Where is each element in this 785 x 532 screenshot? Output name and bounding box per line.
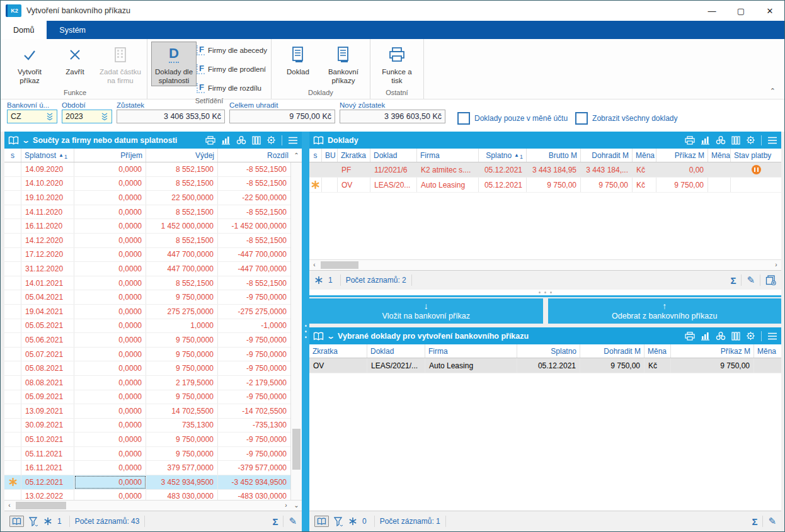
- edit-pencil-icon[interactable]: ✎: [289, 516, 297, 527]
- columns-icon[interactable]: [252, 136, 261, 145]
- table-row[interactable]: 05.04.20210,00009 750,0000-9 750,0000: [4, 290, 290, 305]
- column-header-doklad[interactable]: Doklad: [367, 344, 425, 358]
- table-row[interactable]: 30.09.20210,0000735,1300-735,1300: [4, 419, 290, 433]
- columns-icon[interactable]: [731, 136, 740, 145]
- columns-icon[interactable]: [731, 332, 740, 341]
- book-icon[interactable]: [8, 136, 19, 145]
- sort-diff-button[interactable]: F Firmy dle rozdílu: [197, 81, 267, 96]
- column-header-splatno[interactable]: Splatno: [517, 344, 580, 358]
- table-row[interactable]: 14.10.20200,00008 552,1500-8 552,1500: [4, 177, 290, 191]
- print-icon[interactable]: [685, 136, 695, 145]
- table-row[interactable]: 16.11.20200,00001 452 000,0000-1 452 000…: [4, 219, 290, 234]
- column-header-splatnost[interactable]: Splatnost ▲ 1: [21, 149, 74, 162]
- column-header-dohradit[interactable]: Dohradit M: [580, 344, 645, 358]
- sum-sigma-icon[interactable]: Σ: [752, 516, 757, 527]
- chevron-down-icon[interactable]: ⌄: [21, 136, 30, 145]
- sum-sigma-icon[interactable]: Σ: [272, 516, 278, 527]
- column-header-splatno[interactable]: Splatno ▲ 1: [479, 149, 527, 162]
- column-header-mena[interactable]: Měna: [645, 344, 671, 358]
- filter-icon[interactable]: [334, 517, 343, 526]
- table-row[interactable]: 05.08.20210,00009 750,0000-9 750,0000: [4, 361, 290, 376]
- book-view-icon[interactable]: [314, 516, 329, 527]
- sum-sigma-icon[interactable]: Σ: [730, 275, 736, 286]
- settings-gear-icon[interactable]: [266, 135, 276, 145]
- table-row[interactable]: 31.12.20200,0000447 700,0000-447 700,000…: [4, 262, 290, 276]
- period-select[interactable]: 2023: [62, 110, 112, 123]
- scrollbar-thumb[interactable]: [292, 429, 301, 469]
- menu-icon[interactable]: [767, 332, 777, 340]
- settings-gear-icon[interactable]: [746, 135, 755, 145]
- marker-asterisk-icon[interactable]: [43, 517, 52, 526]
- table-row[interactable]: 16.11.20210,0000379 577,0000-379 577,000…: [4, 461, 290, 475]
- table-row[interactable]: 05.12.20210,00003 452 934,9500-3 452 934…: [4, 475, 290, 490]
- scroll-left-icon[interactable]: ‹: [4, 501, 14, 511]
- book-view-icon[interactable]: [9, 516, 24, 527]
- table-row[interactable]: 05.05.20210,00001,0000-1,0000: [4, 319, 290, 334]
- column-header-s[interactable]: s: [309, 149, 322, 162]
- table-row[interactable]: 19.10.20200,000022 500,0000-22 500,0000: [4, 191, 290, 205]
- menu-icon[interactable]: [767, 137, 777, 144]
- horizontal-splitter[interactable]: [309, 290, 781, 297]
- column-header-zkratka[interactable]: Zkratka: [338, 149, 370, 162]
- checkbox-currency-only[interactable]: Doklady pouze v měně účtu: [457, 112, 568, 125]
- table-row[interactable]: 08.08.20210,00002 179,5000-2 179,5000: [4, 376, 290, 390]
- column-header-doklad[interactable]: Doklad: [370, 149, 417, 162]
- sort-alpha-button[interactable]: F Firmy dle abecedy: [197, 43, 267, 58]
- table-row[interactable]: OVLEAS/20...Auto Leasing05.12.20219 750,…: [309, 178, 781, 193]
- bank-account-select[interactable]: CZ: [7, 110, 57, 123]
- column-header-dohradit[interactable]: Dohradit M: [581, 149, 633, 162]
- create-order-button[interactable]: Vytvořit příkaz: [7, 42, 52, 86]
- scrollbar-thumb[interactable]: [16, 502, 66, 509]
- table-row[interactable]: 14.11.20200,00008 552,1500-8 552,1500: [4, 205, 290, 220]
- column-header-prikaz[interactable]: Příkaz M: [656, 149, 708, 162]
- chart-icon[interactable]: [701, 332, 710, 341]
- print-icon[interactable]: [685, 332, 695, 341]
- minimize-button[interactable]: —: [697, 1, 726, 21]
- documents-horizontal-scrollbar[interactable]: ‹ ›: [309, 259, 781, 270]
- filter-icon[interactable]: [29, 517, 38, 526]
- book-icon[interactable]: [313, 136, 324, 145]
- column-header-mena2[interactable]: Měna: [708, 149, 731, 162]
- column-header-firma[interactable]: Firma: [425, 344, 517, 358]
- column-header-s[interactable]: s: [4, 149, 21, 162]
- maximize-button[interactable]: ▢: [726, 1, 755, 21]
- table-row[interactable]: 14.12.20200,00008 552,1500-8 552,1500: [4, 234, 290, 248]
- marker-asterisk-icon[interactable]: [314, 276, 323, 285]
- checkbox-show-all[interactable]: Zobrazit všechny doklady: [575, 112, 677, 125]
- table-row[interactable]: 13.02.20220,0000483 030,0000-483 030,000…: [4, 490, 290, 500]
- table-row[interactable]: OVLEAS/2021/...Auto Leasing05.12.20219 7…: [309, 358, 781, 373]
- column-header-firma[interactable]: Firma: [417, 149, 479, 162]
- column-header-stav-platby[interactable]: Stav platby: [731, 149, 781, 162]
- scrollbar-thumb[interactable]: [321, 261, 358, 269]
- tab-domu[interactable]: Domů: [1, 21, 47, 39]
- summary-horizontal-scrollbar[interactable]: ‹ › ⌄: [4, 500, 302, 511]
- marker-asterisk-icon[interactable]: [348, 517, 357, 526]
- table-row[interactable]: 14.09.20200,00008 552,1500-8 552,1500: [4, 162, 290, 177]
- document-button[interactable]: Doklad: [275, 42, 321, 83]
- column-header-bu[interactable]: BU: [322, 149, 338, 162]
- edit-pencil-icon[interactable]: ✎: [747, 274, 755, 286]
- bank-orders-button[interactable]: Bankovní příkazy: [321, 42, 366, 86]
- remove-from-order-button[interactable]: ↑ Odebrat z bankovního příkazu: [548, 298, 782, 324]
- tab-system[interactable]: Systém: [47, 21, 98, 39]
- chart-icon[interactable]: [221, 136, 231, 145]
- close-dialog-button[interactable]: Zavřít: [52, 42, 98, 83]
- close-button[interactable]: ✕: [755, 1, 784, 21]
- column-header-rozdil[interactable]: Rozdíl: [218, 149, 291, 162]
- column-header-vydej[interactable]: Výdej: [146, 149, 218, 162]
- scroll-down-icon[interactable]: ⌄: [291, 501, 302, 511]
- chart-icon[interactable]: [701, 136, 710, 145]
- scroll-right-icon[interactable]: ›: [771, 260, 781, 270]
- settings-gear-icon[interactable]: [746, 331, 755, 341]
- functions-print-button[interactable]: Funkce a tisk: [374, 42, 420, 86]
- related-records-icon[interactable]: [716, 331, 726, 341]
- book-icon[interactable]: [313, 332, 324, 341]
- column-header-mena[interactable]: Měna: [633, 149, 656, 162]
- related-records-icon[interactable]: [716, 135, 726, 145]
- add-document-icon[interactable]: [765, 275, 776, 285]
- column-header-mena2[interactable]: Měna: [754, 344, 781, 358]
- summary-vertical-scrollbar[interactable]: [290, 162, 302, 500]
- table-row[interactable]: 17.12.20200,0000447 700,0000-447 700,000…: [4, 248, 290, 263]
- column-header-prijem[interactable]: Příjem: [74, 149, 146, 162]
- table-row[interactable]: 13.09.20210,000014 702,5500-14 702,5500: [4, 404, 290, 419]
